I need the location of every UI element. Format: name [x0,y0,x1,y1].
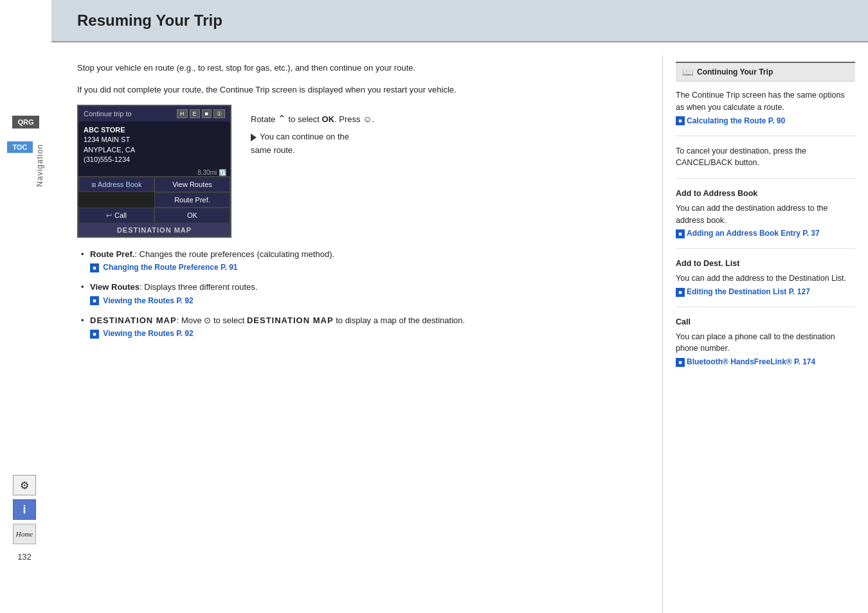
home-icon[interactable]: Home [13,524,36,544]
screen-footer: DESTINATION MAP [78,224,230,236]
triangle-icon [251,134,257,141]
intro-line1: Stop your vehicle en route (e.g., to res… [77,62,643,75]
screen-buttons: ⊞ Address Book View Routes Route Pref. ↩… [78,176,230,224]
screen-distance: 8.30mi 🔃 [78,169,230,176]
bullet-term-2: View Routes [90,282,140,292]
screen-callout: Rotate ⌃ to select OK. Press ☺. You can … [251,105,374,161]
bullet-term-3: DESTINATION MAP [90,315,177,325]
call-ref: ■Bluetooth® HandsFreeLink® P. 174 [676,356,855,368]
address-book-title: Add to Address Book [676,188,855,200]
nav-screen: Continue trip to H E ■ ① ABC STORE 1234 … [77,105,231,238]
sidebar-header: 📖 Continuing Your Trip [676,62,855,82]
bottom-icons: ⚙ i Home 132 [13,475,36,562]
qrg-badge: QRG [12,116,39,129]
screen-btn-ok[interactable]: OK [154,208,230,224]
rotate-symbol: ⌃ [278,113,286,124]
screen-area: Continue trip to H E ■ ① ABC STORE 1234 … [77,105,643,238]
list-item: View Routes: Displays three different ro… [77,281,643,306]
bullet-text-3: : Move ⊙ to select DESTINATION MAP to di… [177,315,465,325]
title-bar: Resuming Your Trip [51,0,868,42]
screen-btn-address-book[interactable]: ⊞ Address Book [78,177,154,192]
dest-list-body: You can add the address to the Destinati… [676,272,855,285]
screen-icon-h[interactable]: H [177,109,188,118]
bullet-ref-3[interactable]: ■ Viewing the Routes P. 92 [90,328,643,339]
content-area: Stop your vehicle en route (e.g., to res… [51,42,868,613]
call-title: Call [676,316,855,328]
screen-store-name: ABC STORE [84,125,225,135]
continue-trip-ref: ■Calculating the Route P. 90 [676,115,855,127]
sidebar-section-call: Call You can place a phone call to the d… [676,316,855,377]
bullet-text-2: : Displays three different routes. [140,282,257,292]
ref-page-1: P. 91 [221,263,237,272]
page-number: 132 [17,552,32,562]
toc-block: TOC Navigation [7,141,44,187]
ref-icon-calc: ■ [676,116,685,125]
address-book-ref: ■Adding an Address Book Entry P. 37 [676,227,855,239]
ref-icon-bt: ■ [676,358,685,367]
dest-list-title: Add to Dest. List [676,258,855,270]
book-icon: 📖 [682,67,693,77]
screen-title: Continue trip to [84,110,132,118]
bullet-ref-1[interactable]: ■ Changing the Route Preference P. 91 [90,262,643,273]
screen-btn-empty [78,192,154,208]
callout-line2: You can continue on thesame route. [251,130,374,157]
sidebar-header-title: Continuing Your Trip [697,67,773,76]
ref-page-2: P. 92 [176,296,193,305]
ref-icon-dest: ■ [676,288,685,297]
screen-icons: H E ■ ① [177,109,225,118]
ref-icon-2: ■ [90,296,99,305]
callout-line1: Rotate ⌃ to select OK. Press ☺. [251,111,374,127]
page-container: QRG TOC Navigation ⚙ i Home 132 Resuming… [0,0,868,613]
left-column: Stop your vehicle en route (e.g., to res… [51,55,662,613]
adding-address-book-link[interactable]: ■Adding an Address Book Entry P. 37 [676,227,820,239]
list-item: Route Pref.: Changes the route preferenc… [77,248,643,274]
screen-address-block: ABC STORE 1234 MAIN ST ANYPLACE, CA (310… [78,121,230,169]
ref-page-3: P. 92 [176,329,193,338]
ref-icon-1: ■ [90,263,99,272]
info-icon[interactable]: i [13,499,36,520]
settings-icon[interactable]: ⚙ [13,475,36,495]
list-item: DESTINATION MAP: Move ⊙ to select DESTIN… [77,314,643,340]
ref-icon-addr: ■ [676,229,685,238]
right-column: 📖 Continuing Your Trip The Continue Trip… [662,55,868,613]
page-title: Resuming Your Trip [77,12,849,30]
screen-header: Continue trip to H E ■ ① [78,106,230,121]
screen-icon-circle[interactable]: ① [213,109,225,118]
ref-text-2: Viewing the Routes [103,296,174,305]
main-content: Resuming Your Trip Stop your vehicle en … [51,0,868,613]
screen-btn-view-routes[interactable]: View Routes [154,177,230,192]
dest-list-ref: ■Editing the Destination List P. 127 [676,286,855,298]
bullet-ref-2[interactable]: ■ Viewing the Routes P. 92 [90,295,643,306]
toc-badge: TOC [7,141,32,153]
screen-phone: (310)555-1234 [84,155,225,164]
bullet-term-1: Route Pref. [90,249,134,259]
screen-address2: ANYPLACE, CA [84,145,225,155]
address-book-body: You can add the destination address to t… [676,202,855,227]
ref-icon-3: ■ [90,330,99,339]
screen-address1: 1234 MAIN ST [84,135,225,145]
left-sidebar: QRG TOC Navigation ⚙ i Home 132 [0,0,51,613]
editing-dest-list-link[interactable]: ■Editing the Destination List P. 127 [676,286,810,298]
sidebar-section-address-book: Add to Address Book You can add the dest… [676,188,855,249]
screen-icon-e[interactable]: E [190,109,200,118]
calculating-route-link[interactable]: ■Calculating the Route P. 90 [676,115,785,127]
ref-text-1: Changing the Route Preference [103,263,218,272]
bullet-text-1: : Changes the route preferences (calcula… [134,249,334,259]
ok-label: OK [322,114,335,124]
screen-btn-call[interactable]: ↩ Call [78,208,154,224]
ref-text-3: Viewing the Routes [103,329,174,338]
cancel-dest-body: To cancel your destination, press the CA… [676,145,855,170]
sidebar-section-cancel: To cancel your destination, press the CA… [676,145,855,179]
screen-icon-square[interactable]: ■ [202,109,212,118]
smiley-symbol: ☺ [363,114,372,124]
bullet-list: Route Pref.: Changes the route preferenc… [77,248,643,340]
continue-trip-body: The Continue Trip screen has the same op… [676,89,855,114]
call-body: You can place a phone call to the destin… [676,331,855,355]
sidebar-section-dest-list: Add to Dest. List You can add the addres… [676,258,855,307]
bluetooth-link[interactable]: ■Bluetooth® HandsFreeLink® P. 174 [676,356,815,368]
screen-btn-route-pref[interactable]: Route Pref. [154,192,230,208]
sidebar-section-continue-trip: The Continue Trip screen has the same op… [676,89,855,136]
nav-label: Navigation [35,144,44,187]
intro-line2: If you did not complete your route, the … [77,84,643,96]
